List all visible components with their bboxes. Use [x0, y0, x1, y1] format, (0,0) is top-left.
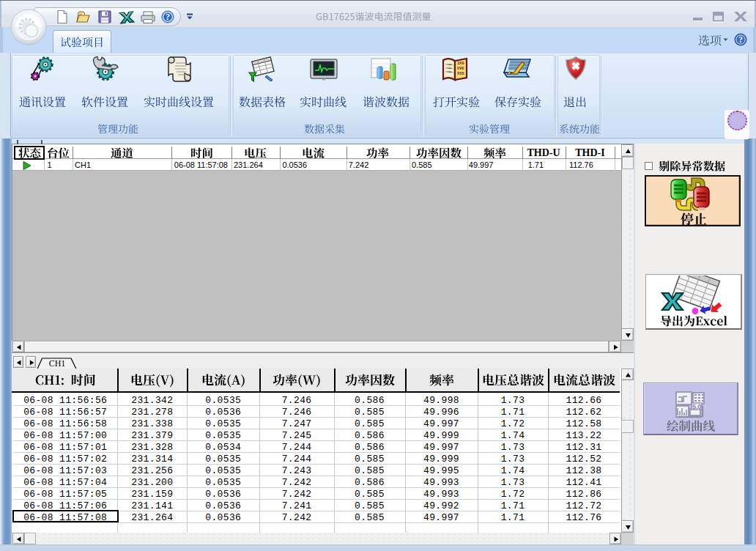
svg-text:?: ?: [166, 12, 170, 22]
svg-text:3X0: 3X0: [457, 61, 464, 66]
svg-text:?: ?: [738, 35, 743, 44]
svg-text:X55: X55: [457, 71, 465, 76]
svg-text:5.0: 5.0: [692, 403, 702, 410]
svg-text:UVE: UVE: [457, 66, 465, 71]
